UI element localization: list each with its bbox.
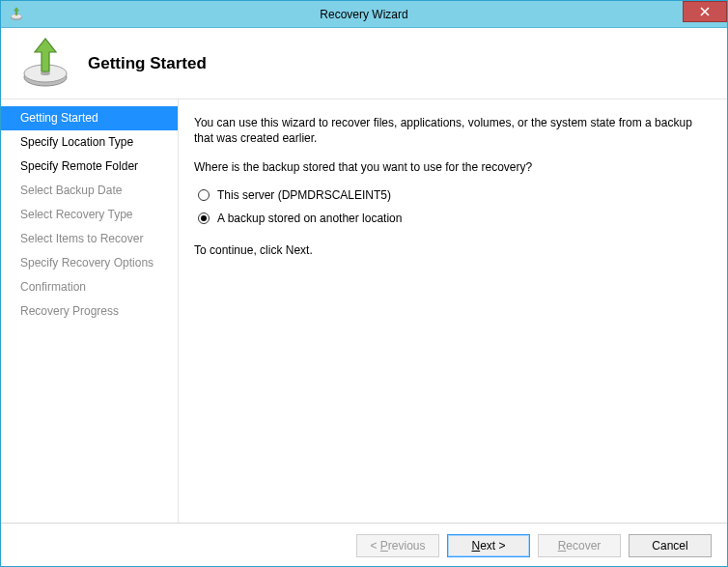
titlebar: Recovery Wizard bbox=[1, 1, 727, 28]
content-pane: You can use this wizard to recover files… bbox=[178, 99, 727, 523]
wizard-body: Getting Started Specify Location Type Sp… bbox=[1, 99, 727, 523]
page-title: Getting Started bbox=[88, 54, 207, 73]
intro-text: You can use this wizard to recover files… bbox=[194, 115, 706, 146]
btn-text: Cancel bbox=[652, 539, 687, 553]
btn-text: revious bbox=[388, 539, 426, 553]
continue-hint: To continue, click Next. bbox=[194, 242, 706, 258]
step-select-backup-date: Select Backup Date bbox=[1, 179, 178, 203]
window-title: Recovery Wizard bbox=[1, 8, 727, 21]
radio-icon-selected bbox=[198, 213, 210, 224]
wizard-footer: < Previous Next > Recover Cancel bbox=[1, 523, 727, 567]
step-specify-recovery-options: Specify Recovery Options bbox=[1, 251, 178, 275]
app-icon bbox=[7, 5, 26, 24]
step-getting-started[interactable]: Getting Started bbox=[1, 106, 178, 130]
btn-text: ext bbox=[480, 539, 495, 553]
step-select-items-to-recover: Select Items to Recover bbox=[1, 227, 178, 251]
step-specify-location-type[interactable]: Specify Location Type bbox=[1, 130, 178, 155]
next-button[interactable]: Next > bbox=[447, 534, 530, 557]
radio-icon bbox=[198, 189, 210, 201]
previous-button: < Previous bbox=[356, 534, 439, 557]
close-button[interactable] bbox=[683, 1, 727, 22]
radio-another-location[interactable]: A backup stored on another location bbox=[198, 212, 706, 225]
radio-this-server[interactable]: This server (DPMDRSCALEINT5) bbox=[198, 188, 706, 202]
wizard-header: Getting Started bbox=[1, 28, 727, 99]
radio-label: A backup stored on another location bbox=[217, 212, 402, 225]
question-text: Where is the backup stored that you want… bbox=[194, 159, 706, 175]
recovery-icon bbox=[18, 37, 72, 91]
cancel-button[interactable]: Cancel bbox=[629, 534, 712, 557]
steps-sidebar: Getting Started Specify Location Type Sp… bbox=[1, 99, 178, 523]
radio-label: This server (DPMDRSCALEINT5) bbox=[217, 188, 391, 202]
step-confirmation: Confirmation bbox=[1, 275, 178, 299]
step-specify-remote-folder[interactable]: Specify Remote Folder bbox=[1, 155, 178, 179]
step-select-recovery-type: Select Recovery Type bbox=[1, 203, 178, 227]
recover-button: Recover bbox=[538, 534, 621, 557]
step-recovery-progress: Recovery Progress bbox=[1, 299, 178, 324]
btn-text: ecover bbox=[566, 539, 601, 553]
